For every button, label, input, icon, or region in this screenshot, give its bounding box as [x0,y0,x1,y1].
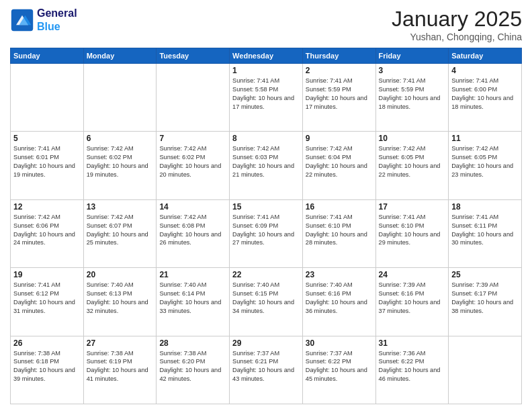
day-cell: 21Sunrise: 7:40 AM Sunset: 6:14 PM Dayli… [157,268,230,336]
day-number: 30 [306,338,373,348]
day-number: 23 [306,270,373,279]
day-info: Sunrise: 7:41 AM Sunset: 5:58 PM Dayligh… [232,77,300,111]
day-info: Sunrise: 7:41 AM Sunset: 6:09 PM Dayligh… [232,213,300,248]
day-cell: 24Sunrise: 7:39 AM Sunset: 6:16 PM Dayli… [375,268,449,336]
header-friday: Friday [375,48,449,64]
day-number: 22 [232,270,300,279]
day-number: 7 [159,134,226,143]
day-info: Sunrise: 7:41 AM Sunset: 6:12 PM Dayligh… [13,281,81,316]
week-row-4: 19Sunrise: 7:41 AM Sunset: 6:12 PM Dayli… [11,268,522,336]
calendar-table: Sunday Monday Tuesday Wednesday Thursday… [10,48,522,404]
day-number: 20 [87,270,154,279]
day-cell: 27Sunrise: 7:38 AM Sunset: 6:19 PM Dayli… [83,336,157,404]
day-number: 31 [379,338,446,348]
day-info: Sunrise: 7:42 AM Sunset: 6:03 PM Dayligh… [232,144,300,179]
month-title: January 2025 [392,7,522,32]
day-number: 4 [451,66,519,75]
day-number: 9 [306,134,373,143]
day-cell: 5Sunrise: 7:41 AM Sunset: 6:01 PM Daylig… [11,132,84,199]
day-cell: 3Sunrise: 7:41 AM Sunset: 5:59 PM Daylig… [375,64,449,132]
header-thursday: Thursday [302,48,375,64]
day-number: 27 [87,338,154,348]
week-row-5: 26Sunrise: 7:38 AM Sunset: 6:18 PM Dayli… [11,336,522,404]
day-number: 17 [379,202,446,212]
day-cell: 10Sunrise: 7:42 AM Sunset: 6:05 PM Dayli… [375,132,449,199]
day-cell: 29Sunrise: 7:37 AM Sunset: 6:21 PM Dayli… [230,336,303,404]
day-cell: 1Sunrise: 7:41 AM Sunset: 5:58 PM Daylig… [230,64,303,132]
day-info: Sunrise: 7:42 AM Sunset: 6:02 PM Dayligh… [159,144,226,179]
day-info: Sunrise: 7:40 AM Sunset: 6:15 PM Dayligh… [232,281,300,316]
week-row-1: 1Sunrise: 7:41 AM Sunset: 5:58 PM Daylig… [11,64,522,132]
day-cell [11,64,84,132]
day-info: Sunrise: 7:39 AM Sunset: 6:17 PM Dayligh… [451,281,519,316]
day-cell: 23Sunrise: 7:40 AM Sunset: 6:16 PM Dayli… [302,268,375,336]
day-cell: 28Sunrise: 7:38 AM Sunset: 6:20 PM Dayli… [157,336,230,404]
day-cell: 16Sunrise: 7:41 AM Sunset: 6:10 PM Dayli… [302,199,375,267]
header: General Blue January 2025 Yushan, Chongq… [10,7,522,42]
day-cell: 11Sunrise: 7:42 AM Sunset: 6:05 PM Dayli… [449,132,522,199]
day-info: Sunrise: 7:42 AM Sunset: 6:06 PM Dayligh… [13,213,81,248]
header-sunday: Sunday [11,48,84,64]
day-number: 15 [232,202,300,212]
day-cell: 18Sunrise: 7:41 AM Sunset: 6:11 PM Dayli… [449,199,522,267]
day-number: 14 [159,202,226,212]
day-cell [157,64,230,132]
day-number: 16 [306,202,373,212]
day-info: Sunrise: 7:41 AM Sunset: 5:59 PM Dayligh… [379,77,446,111]
location-title: Yushan, Chongqing, China [392,32,522,42]
logo-general-text: General Blue [37,7,77,34]
day-number: 18 [451,202,519,212]
day-number: 5 [13,134,81,143]
day-cell: 6Sunrise: 7:42 AM Sunset: 6:02 PM Daylig… [83,132,157,199]
day-cell: 14Sunrise: 7:42 AM Sunset: 6:08 PM Dayli… [157,199,230,267]
day-info: Sunrise: 7:39 AM Sunset: 6:16 PM Dayligh… [379,281,446,316]
header-tuesday: Tuesday [157,48,230,64]
day-cell: 30Sunrise: 7:37 AM Sunset: 6:22 PM Dayli… [302,336,375,404]
title-block: January 2025 Yushan, Chongqing, China [392,7,522,42]
day-number: 12 [13,202,81,212]
day-number: 8 [232,134,300,143]
header-wednesday: Wednesday [230,48,303,64]
day-cell: 25Sunrise: 7:39 AM Sunset: 6:17 PM Dayli… [449,268,522,336]
day-info: Sunrise: 7:42 AM Sunset: 6:04 PM Dayligh… [306,144,373,179]
day-number: 10 [379,134,446,143]
day-number: 3 [379,66,446,75]
day-info: Sunrise: 7:37 AM Sunset: 6:22 PM Dayligh… [306,349,373,384]
day-number: 25 [451,270,519,279]
day-number: 11 [451,134,519,143]
day-cell [83,64,157,132]
header-monday: Monday [83,48,157,64]
logo: General Blue [10,7,77,34]
day-info: Sunrise: 7:42 AM Sunset: 6:05 PM Dayligh… [451,144,519,179]
day-info: Sunrise: 7:38 AM Sunset: 6:19 PM Dayligh… [87,349,154,384]
day-cell: 20Sunrise: 7:40 AM Sunset: 6:13 PM Dayli… [83,268,157,336]
day-number: 24 [379,270,446,279]
weekday-header-row: Sunday Monday Tuesday Wednesday Thursday… [11,48,522,64]
day-cell: 8Sunrise: 7:42 AM Sunset: 6:03 PM Daylig… [230,132,303,199]
day-cell: 2Sunrise: 7:41 AM Sunset: 5:59 PM Daylig… [302,64,375,132]
day-info: Sunrise: 7:37 AM Sunset: 6:21 PM Dayligh… [232,349,300,384]
day-info: Sunrise: 7:42 AM Sunset: 6:02 PM Dayligh… [87,144,154,179]
day-cell: 26Sunrise: 7:38 AM Sunset: 6:18 PM Dayli… [11,336,84,404]
day-number: 21 [159,270,226,279]
week-row-3: 12Sunrise: 7:42 AM Sunset: 6:06 PM Dayli… [11,199,522,267]
logo-icon [10,8,34,32]
day-info: Sunrise: 7:41 AM Sunset: 6:10 PM Dayligh… [306,213,373,248]
day-number: 1 [232,66,300,75]
day-info: Sunrise: 7:38 AM Sunset: 6:20 PM Dayligh… [159,349,226,384]
day-cell: 19Sunrise: 7:41 AM Sunset: 6:12 PM Dayli… [11,268,84,336]
day-info: Sunrise: 7:42 AM Sunset: 6:08 PM Dayligh… [159,213,226,248]
day-cell: 12Sunrise: 7:42 AM Sunset: 6:06 PM Dayli… [11,199,84,267]
day-number: 29 [232,338,300,348]
day-number: 19 [13,270,81,279]
day-cell: 17Sunrise: 7:41 AM Sunset: 6:10 PM Dayli… [375,199,449,267]
day-cell: 22Sunrise: 7:40 AM Sunset: 6:15 PM Dayli… [230,268,303,336]
day-info: Sunrise: 7:40 AM Sunset: 6:13 PM Dayligh… [87,281,154,316]
day-number: 26 [13,338,81,348]
day-number: 13 [87,202,154,212]
day-info: Sunrise: 7:40 AM Sunset: 6:16 PM Dayligh… [306,281,373,316]
day-cell: 9Sunrise: 7:42 AM Sunset: 6:04 PM Daylig… [302,132,375,199]
header-saturday: Saturday [449,48,522,64]
page: General Blue January 2025 Yushan, Chongq… [0,0,532,411]
day-info: Sunrise: 7:41 AM Sunset: 6:01 PM Dayligh… [13,144,81,179]
